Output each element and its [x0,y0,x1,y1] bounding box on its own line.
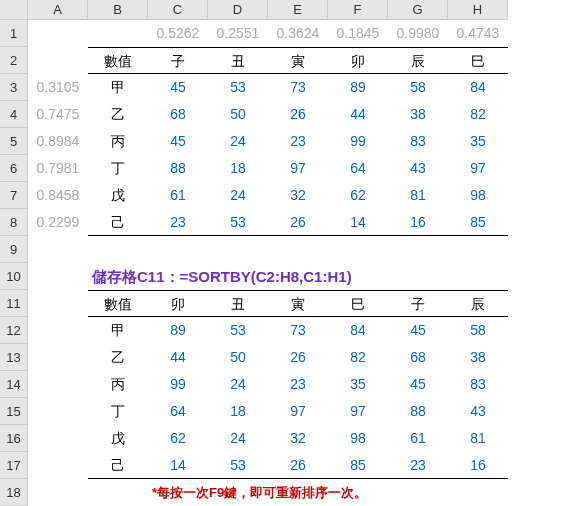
cell[interactable]: 97 [268,155,328,182]
row-header[interactable]: 18 [0,479,28,506]
col-header[interactable]: B [88,0,148,20]
cell[interactable]: 53 [208,317,268,344]
table-row-label[interactable]: 乙 [88,344,148,371]
cell[interactable]: 0.3105 [28,74,88,101]
cell[interactable]: 32 [268,182,328,209]
cell[interactable]: 88 [148,155,208,182]
cell[interactable]: 14 [148,452,208,479]
cell[interactable]: 14 [328,209,388,236]
cell[interactable] [88,20,148,47]
cell[interactable]: 85 [448,209,508,236]
cell[interactable]: 50 [208,344,268,371]
cell[interactable]: 26 [268,101,328,128]
cell[interactable]: 0.2299 [28,209,88,236]
row-header[interactable]: 5 [0,128,28,155]
table-col-header[interactable]: 巳 [328,290,388,317]
cell[interactable]: 81 [448,425,508,452]
table-col-header[interactable]: 辰 [388,47,448,74]
cell[interactable] [28,317,88,344]
cell[interactable]: 85 [328,452,388,479]
row-header[interactable]: 9 [0,236,28,263]
table-col-header[interactable]: 巳 [448,47,508,74]
formula-text[interactable]: 儲存格C11：=SORTBY(C2:H8,C1:H1) [88,263,508,290]
table-row-label[interactable]: 戊 [88,425,148,452]
row-header[interactable]: 17 [0,452,28,479]
row-header[interactable]: 11 [0,290,28,317]
cell[interactable] [28,263,88,290]
table-col-header[interactable]: 卯 [328,47,388,74]
cell[interactable]: 68 [148,101,208,128]
cell[interactable]: 0.4743 [448,20,508,47]
cell[interactable]: 64 [328,155,388,182]
row-header[interactable]: 3 [0,74,28,101]
cell[interactable]: 45 [148,128,208,155]
table-col-header[interactable]: 卯 [148,290,208,317]
cell[interactable]: 0.1845 [328,20,388,47]
row-header[interactable]: 15 [0,398,28,425]
row-header[interactable]: 2 [0,47,28,74]
cell[interactable]: 16 [388,209,448,236]
cell[interactable]: 62 [328,182,388,209]
row-header[interactable]: 10 [0,263,28,290]
col-header[interactable]: C [148,0,208,20]
cell[interactable]: 73 [268,74,328,101]
table-row-label[interactable]: 己 [88,209,148,236]
cell[interactable] [28,20,88,47]
cell[interactable]: 99 [148,371,208,398]
cell[interactable]: 58 [388,74,448,101]
table-header-label[interactable]: 數值 [88,47,148,74]
table-row-label[interactable]: 丙 [88,128,148,155]
row-header[interactable]: 6 [0,155,28,182]
cell[interactable]: 24 [208,128,268,155]
cell[interactable]: 45 [388,317,448,344]
col-header[interactable]: E [268,0,328,20]
cell[interactable]: 50 [208,101,268,128]
cell[interactable]: 97 [328,398,388,425]
cell[interactable]: 45 [388,371,448,398]
cell[interactable] [28,398,88,425]
table-col-header[interactable]: 寅 [268,290,328,317]
cell[interactable]: 43 [448,398,508,425]
table-row-label[interactable]: 乙 [88,101,148,128]
cell[interactable]: 0.5262 [148,20,208,47]
cell[interactable]: 24 [208,371,268,398]
cell[interactable]: 68 [388,344,448,371]
cell[interactable]: 53 [208,452,268,479]
table-col-header[interactable]: 子 [388,290,448,317]
cell[interactable]: 73 [268,317,328,344]
cell[interactable]: 0.7475 [28,101,88,128]
table-col-header[interactable]: 丑 [208,290,268,317]
table-col-header[interactable]: 辰 [448,290,508,317]
cell[interactable]: 98 [328,425,388,452]
table-col-header[interactable]: 子 [148,47,208,74]
row-header[interactable]: 4 [0,101,28,128]
cell[interactable]: 38 [448,344,508,371]
row-header[interactable]: 13 [0,344,28,371]
cell[interactable]: 82 [328,344,388,371]
table-header-label[interactable]: 數值 [88,290,148,317]
table-row-label[interactable]: 丁 [88,398,148,425]
corner-cell[interactable] [0,0,28,20]
cell[interactable]: 44 [328,101,388,128]
cell[interactable]: 99 [328,128,388,155]
cell[interactable]: 23 [268,128,328,155]
cell[interactable]: 61 [148,182,208,209]
cell[interactable]: 83 [448,371,508,398]
row-header[interactable]: 12 [0,317,28,344]
col-header[interactable]: F [328,0,388,20]
table-row-label[interactable]: 甲 [88,74,148,101]
cell[interactable]: 97 [448,155,508,182]
cell[interactable]: 53 [208,209,268,236]
cell[interactable]: 44 [148,344,208,371]
cell[interactable] [28,47,88,74]
cell[interactable]: 18 [208,398,268,425]
row-header[interactable]: 8 [0,209,28,236]
cell[interactable]: 24 [208,182,268,209]
row-header[interactable]: 16 [0,425,28,452]
cell[interactable] [28,425,88,452]
cell[interactable]: 43 [388,155,448,182]
cell[interactable]: 0.2551 [208,20,268,47]
cell[interactable]: 89 [148,317,208,344]
cell[interactable]: 89 [328,74,388,101]
col-header[interactable]: D [208,0,268,20]
